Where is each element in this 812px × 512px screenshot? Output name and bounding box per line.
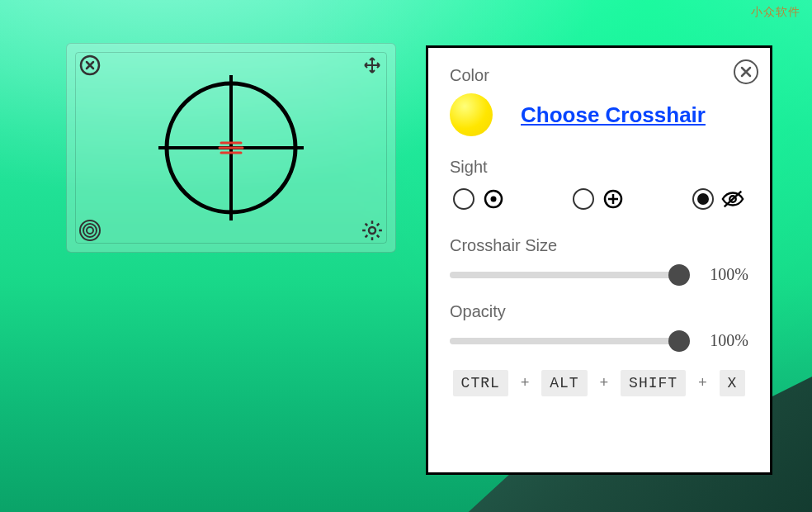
settings-panel: Color Choose Crosshair Sight (426, 45, 772, 475)
close-icon (739, 65, 753, 78)
hotkey-display: CTRL + ALT + SHIFT + X (450, 370, 748, 396)
preview-close-button[interactable] (75, 50, 105, 80)
sight-radio-off[interactable] (692, 188, 714, 210)
opacity-slider-thumb[interactable] (668, 330, 690, 352)
sight-options (453, 187, 745, 211)
hotkey-sep: + (695, 375, 710, 391)
move-icon (362, 55, 382, 75)
svg-point-4 (369, 227, 375, 234)
hotkey-key-1: CTRL (453, 370, 508, 396)
sight-option-dot[interactable] (453, 187, 506, 211)
sight-radio-cross[interactable] (573, 188, 594, 210)
svg-point-3 (87, 227, 93, 234)
color-label: Color (450, 66, 748, 85)
size-slider-thumb[interactable] (668, 264, 690, 286)
size-slider-block: Crosshair Size 100% (450, 236, 748, 284)
cross-sight-icon (601, 187, 626, 211)
preview-settings-button[interactable] (357, 216, 387, 245)
opacity-slider[interactable] (450, 338, 684, 344)
sight-radio-dot[interactable] (453, 188, 474, 210)
close-icon (78, 54, 102, 77)
dot-sight-icon (481, 187, 506, 211)
choose-crosshair-link[interactable]: Choose Crosshair (521, 102, 706, 128)
sight-option-off[interactable] (692, 187, 745, 211)
hotkey-key-3: SHIFT (621, 370, 686, 396)
bullseye-icon (78, 218, 102, 243)
hotkey-key-4: X (720, 370, 746, 396)
eye-off-icon (720, 187, 745, 211)
watermark-text: 小众软件 (751, 5, 800, 20)
hotkey-sep: + (596, 375, 611, 391)
size-slider[interactable] (450, 272, 684, 278)
color-swatch[interactable] (450, 93, 493, 136)
center-target-button[interactable] (75, 216, 105, 245)
hotkey-sep: + (517, 375, 533, 391)
panel-close-button[interactable] (734, 59, 758, 84)
size-value: 100% (699, 265, 748, 284)
sight-label: Sight (450, 158, 748, 177)
preview-move-handle[interactable] (357, 50, 387, 80)
sight-option-cross[interactable] (573, 187, 626, 211)
hotkey-key-2: ALT (541, 370, 587, 396)
svg-point-16 (491, 197, 497, 202)
size-label: Crosshair Size (450, 236, 748, 255)
crosshair-preview-window[interactable] (66, 43, 396, 253)
crosshair-graphic (149, 65, 314, 230)
opacity-slider-block: Opacity 100% (450, 302, 748, 350)
opacity-value: 100% (699, 331, 748, 350)
opacity-label: Opacity (450, 302, 748, 321)
gear-icon (360, 218, 385, 243)
svg-point-2 (83, 224, 97, 237)
